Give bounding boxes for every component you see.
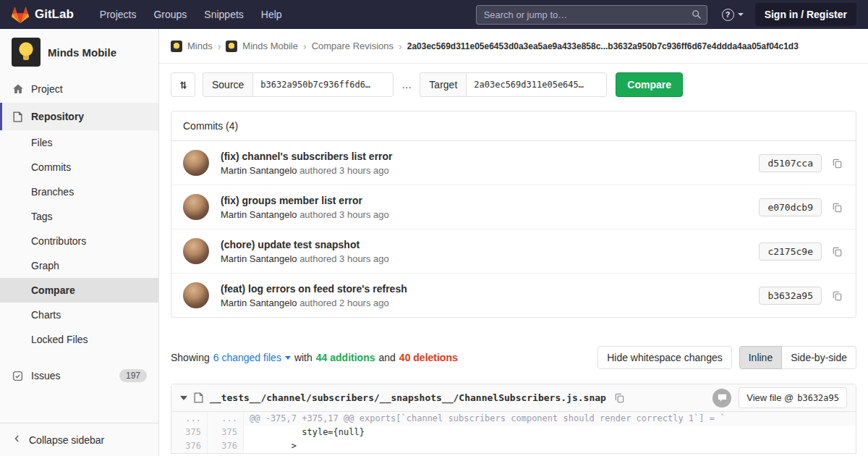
commit-author[interactable]: Martin Santangelo: [221, 253, 297, 264]
commit-sha-badge[interactable]: e070dcb9: [759, 198, 822, 216]
repository-subnav: Files Commits Branches Tags Contributors…: [0, 130, 158, 352]
sidebar-subitem-graph[interactable]: Graph: [0, 253, 158, 278]
breadcrumb-separator: ›: [399, 41, 402, 52]
nav-item-groups[interactable]: Groups: [145, 0, 195, 29]
sidebar-subitem-branches[interactable]: Branches: [0, 180, 158, 204]
gitlab-logo[interactable]: GitLab: [12, 7, 74, 23]
sidebar-item-issues[interactable]: Issues 197: [0, 362, 158, 389]
issues-icon: [12, 371, 24, 381]
sidebar-subitem-files[interactable]: Files: [0, 130, 158, 155]
avatar: [183, 194, 209, 220]
copy-sha-button[interactable]: [830, 289, 844, 303]
breadcrumb-separator: ›: [303, 41, 307, 52]
new-line-number[interactable]: 376: [208, 439, 244, 453]
code-line: >: [244, 439, 856, 453]
sidebar-subitem-tags[interactable]: Tags: [0, 204, 158, 229]
sidebar-subitem-commits[interactable]: Commits: [0, 155, 158, 180]
group-avatar: [171, 41, 182, 52]
copy-sha-button[interactable]: [830, 200, 844, 214]
nav-item-help[interactable]: Help: [252, 0, 291, 29]
commit-actions: c2175c9e: [759, 242, 844, 261]
project-header[interactable]: Minds Mobile: [0, 29, 158, 75]
breadcrumb: Minds › Minds Mobile › Compare Revisions…: [159, 29, 868, 64]
copy-sha-button[interactable]: [830, 245, 844, 258]
swap-revisions-button[interactable]: [171, 72, 195, 97]
new-line-number[interactable]: 375: [208, 426, 244, 439]
commit-authored-time: authored 3 hours ago: [299, 209, 389, 220]
diff-file-header: __tests__/channel/subscribers/__snapshot…: [171, 384, 856, 412]
swap-icon: [178, 80, 189, 90]
sidebar-subitem-charts[interactable]: Charts: [0, 303, 158, 327]
commit-title[interactable]: (fix) channel's subscribers list error: [221, 151, 393, 162]
nav-item-projects[interactable]: Projects: [91, 0, 145, 29]
side-by-side-view-button[interactable]: Side-by-side: [781, 346, 856, 369]
source-ref-input[interactable]: [252, 72, 393, 97]
view-mode-toggle: Inline Side-by-side: [739, 346, 856, 369]
old-line-number[interactable]: ...: [171, 412, 208, 426]
commit-author[interactable]: Martin Santangelo: [221, 209, 297, 220]
copy-file-path-button[interactable]: [613, 391, 626, 405]
copy-sha-button[interactable]: [830, 156, 844, 170]
search-icon: [692, 9, 702, 20]
view-file-sha: b3632a95: [797, 393, 839, 403]
commit-info: (fix) groups member list error Martin Sa…: [221, 195, 389, 220]
commit-meta: Martin Santangelo authored 3 hours ago: [221, 253, 389, 264]
breadcrumb-group[interactable]: Minds: [187, 41, 213, 51]
breadcrumb-separator: ›: [218, 41, 221, 52]
target-ref-group: Target: [420, 72, 607, 97]
inline-view-button[interactable]: Inline: [739, 346, 782, 369]
help-menu[interactable]: ?: [722, 9, 744, 21]
search-input[interactable]: [476, 5, 707, 25]
old-line-number[interactable]: 375: [171, 426, 208, 439]
old-line-number[interactable]: 376: [171, 439, 208, 453]
commit-actions: d5107cca: [759, 154, 844, 172]
target-ref-input[interactable]: [466, 72, 607, 97]
diff-code-row: 376 376 >: [171, 439, 856, 453]
diff-code-row: 375 375 style={null}: [171, 426, 856, 439]
tanuki-icon: [12, 7, 29, 23]
home-icon: [12, 83, 24, 95]
commit-author[interactable]: Martin Santangelo: [221, 165, 297, 176]
sidebar-item-label: Repository: [31, 111, 84, 122]
diff-summary-bar: Showing 6 changed files with 44 addition…: [159, 329, 868, 384]
new-line-number[interactable]: ...: [208, 412, 244, 426]
compare-button[interactable]: Compare: [616, 72, 683, 97]
commit-row: (fix) groups member list error Martin Sa…: [171, 185, 856, 229]
sidebar-subitem-compare[interactable]: Compare: [0, 278, 158, 303]
hide-whitespace-button[interactable]: Hide whitespace changes: [597, 346, 732, 369]
changed-files-dropdown[interactable]: 6 changed files: [213, 352, 291, 363]
breadcrumb-compare-revisions[interactable]: Compare Revisions: [312, 41, 393, 51]
commit-title[interactable]: (feat) log errors on feed store's refres…: [221, 283, 407, 295]
sidebar-item-label: Issues: [31, 370, 60, 381]
main-nav: Projects Groups Snippets Help: [91, 0, 291, 29]
commit-sha-badge[interactable]: c2175c9e: [759, 242, 822, 261]
diff-hunk-header-row: ... ... @@ -375,7 +375,17 @@ exports[`ch…: [171, 412, 856, 426]
sidebar-subitem-contributors[interactable]: Contributors: [0, 229, 158, 253]
sidebar-item-project[interactable]: Project: [0, 75, 158, 103]
main-content: Minds › Minds Mobile › Compare Revisions…: [159, 29, 868, 456]
avatar: [183, 150, 209, 176]
logo-text: GitLab: [35, 7, 74, 22]
collapse-diff-icon[interactable]: [180, 396, 187, 400]
top-navbar: GitLab Projects Groups Snippets Help ? S…: [0, 0, 868, 29]
commit-title[interactable]: (chore) update test snapshot: [221, 239, 389, 250]
nav-item-snippets[interactable]: Snippets: [195, 0, 252, 29]
commit-title[interactable]: (fix) groups member list error: [221, 195, 389, 206]
diff-file-path[interactable]: __tests__/channel/subscribers/__snapshot…: [210, 392, 606, 403]
deletions-count: 40 deletions: [399, 352, 458, 363]
view-file-button[interactable]: View file @ b3632a95: [739, 387, 847, 408]
help-icon: ?: [722, 9, 734, 21]
toggle-comments-button[interactable]: [712, 389, 731, 408]
sign-in-button[interactable]: Sign in / Register: [755, 3, 856, 26]
commit-sha-badge[interactable]: b3632a95: [759, 287, 822, 305]
commit-actions: e070dcb9: [759, 198, 844, 216]
breadcrumb-project[interactable]: Minds Mobile: [242, 41, 298, 51]
gitlab-app: GitLab Projects Groups Snippets Help ? S…: [0, 0, 868, 456]
collapse-sidebar-button[interactable]: Collapse sidebar: [0, 423, 158, 456]
sidebar-item-repository[interactable]: Repository: [0, 103, 158, 130]
commit-author[interactable]: Martin Santangelo: [221, 297, 297, 308]
sidebar-subitem-locked-files[interactable]: Locked Files: [0, 327, 158, 352]
project-name: Minds Mobile: [48, 46, 116, 59]
commit-authored-time: authored 3 hours ago: [299, 165, 389, 176]
commit-sha-badge[interactable]: d5107cca: [759, 154, 822, 172]
